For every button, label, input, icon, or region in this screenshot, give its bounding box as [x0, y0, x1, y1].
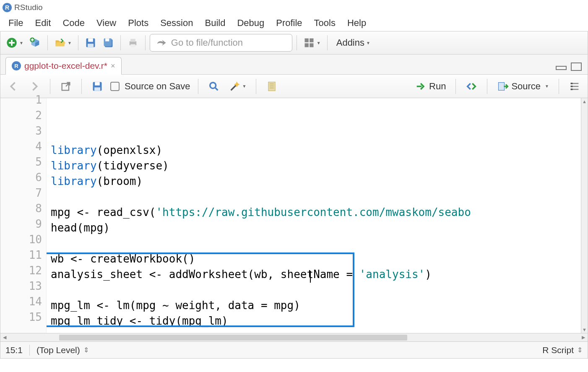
menu-session[interactable]: Session	[154, 16, 199, 30]
save-button[interactable]	[83, 34, 99, 51]
save-all-button[interactable]	[100, 34, 116, 51]
menu-debug[interactable]: Debug	[231, 16, 270, 30]
separator	[47, 35, 48, 50]
goto-arrow-icon	[155, 37, 167, 49]
rstudio-icon: R	[3, 3, 12, 12]
show-in-new-window-button[interactable]	[58, 78, 74, 95]
svg-rect-13	[304, 43, 308, 47]
save-file-button[interactable]	[89, 78, 105, 95]
rerun-button[interactable]	[463, 78, 479, 95]
r-file-icon: R	[12, 61, 21, 70]
code-tools-button[interactable]: ▼	[227, 78, 249, 95]
code-line[interactable]: head(mpg)	[51, 220, 581, 236]
popout-icon	[60, 81, 72, 92]
file-tab[interactable]: R ggplot-to-excel-dev.r* ×	[5, 57, 122, 75]
editor-pane: R ggplot-to-excel-dev.r* × Source on Sav…	[0, 55, 588, 359]
menu-file[interactable]: File	[3, 16, 29, 30]
code-line[interactable]	[51, 236, 581, 251]
rerun-icon	[466, 81, 477, 92]
pane-controls	[556, 62, 582, 71]
code-line[interactable]: analysis_sheet <- addWorksheet(wb, sheet…	[51, 267, 581, 282]
addins-label: Addins	[336, 37, 364, 48]
maximize-pane-button[interactable]	[571, 62, 582, 71]
close-tab-icon[interactable]: ×	[111, 62, 115, 70]
svg-point-19	[210, 82, 216, 88]
cursor-position: 15:1	[5, 345, 23, 355]
chevron-down-icon: ▼	[317, 41, 321, 45]
statusbar: 15:1 (Top Level) ⇕ R Script ⇕	[0, 341, 588, 358]
chevron-down-icon: ▼	[545, 84, 549, 88]
print-button[interactable]	[125, 34, 141, 51]
run-button[interactable]: Run	[413, 78, 448, 95]
outline-button[interactable]	[567, 78, 583, 95]
language-selector[interactable]: R Script ⇕	[542, 345, 583, 355]
new-project-button[interactable]	[27, 34, 43, 51]
folder-open-icon	[54, 37, 66, 49]
language-label: R Script	[542, 345, 574, 355]
code-line[interactable]: mpg_lm <- lm(mpg ~ weight, data = mpg)	[51, 298, 581, 313]
code-line[interactable]: library(tidyverse)	[51, 158, 581, 174]
main-toolbar: ▼ ▼ Go to file/function ▼ Addins ▼	[0, 31, 588, 55]
code-content[interactable]: library(openxlsx)library(tidyverse)libra…	[47, 98, 581, 333]
source-button[interactable]: Source ▼	[495, 78, 551, 95]
separator	[297, 35, 297, 50]
goto-file-input[interactable]: Go to file/function	[150, 34, 292, 52]
new-file-button[interactable]: ▼	[4, 34, 26, 51]
compile-report-button[interactable]	[264, 78, 280, 95]
svg-rect-21	[499, 82, 505, 90]
plus-circle-icon	[6, 37, 18, 49]
code-line[interactable]: mpg_lm_tidy <- tidy(mpg_lm)	[51, 313, 581, 329]
file-name: ggplot-to-excel-dev.r*	[24, 61, 107, 71]
vertical-scrollbar[interactable]	[581, 98, 588, 333]
horizontal-scrollbar[interactable]	[0, 333, 588, 341]
code-line[interactable]	[51, 282, 581, 298]
notebook-icon	[266, 81, 278, 92]
line-gutter: 123456789101112131415	[0, 98, 47, 333]
menu-view[interactable]: View	[91, 16, 122, 30]
svg-rect-18	[94, 87, 100, 91]
separator	[81, 79, 82, 94]
separator	[487, 79, 487, 94]
minimize-pane-button[interactable]	[556, 66, 567, 70]
menu-tools[interactable]: Tools	[308, 16, 341, 30]
menu-edit[interactable]: Edit	[29, 16, 57, 30]
cube-plus-icon	[29, 37, 41, 49]
floppy-icon	[91, 81, 103, 92]
separator	[559, 79, 559, 94]
goto-placeholder: Go to file/function	[171, 37, 243, 48]
code-line[interactable]	[51, 329, 581, 333]
separator	[120, 35, 121, 50]
scope-label: (Top Level)	[36, 345, 80, 355]
open-file-button[interactable]: ▼	[52, 34, 74, 51]
svg-rect-9	[130, 39, 135, 42]
code-line[interactable]	[51, 189, 581, 205]
menu-build[interactable]: Build	[199, 16, 231, 30]
chevron-down-icon: ▼	[68, 41, 72, 45]
menu-profile[interactable]: Profile	[270, 16, 308, 30]
printer-icon	[127, 37, 139, 49]
menu-plots[interactable]: Plots	[122, 16, 154, 30]
arrow-left-icon	[8, 81, 19, 92]
scope-selector[interactable]: (Top Level) ⇕	[36, 345, 89, 355]
source-icon	[497, 81, 509, 92]
scroll-thumb[interactable]	[59, 335, 407, 341]
find-button[interactable]	[206, 78, 222, 95]
source-on-save-label: Source on Save	[125, 81, 190, 92]
code-line[interactable]: library(openxlsx)	[51, 143, 581, 158]
wand-icon	[229, 81, 241, 92]
menubar: File Edit Code View Plots Session Build …	[0, 15, 588, 31]
grid-view-button[interactable]: ▼	[301, 34, 323, 51]
chevron-down-icon: ▼	[242, 84, 247, 88]
addins-button[interactable]: Addins ▼	[332, 34, 375, 51]
menu-help[interactable]: Help	[341, 16, 372, 30]
source-on-save-checkbox[interactable]	[110, 82, 120, 91]
arrow-right-icon	[29, 81, 40, 92]
menu-code[interactable]: Code	[57, 16, 91, 30]
code-line[interactable]: wb <- createWorkbook()	[51, 251, 581, 267]
separator	[256, 79, 256, 94]
separator	[327, 35, 328, 50]
code-line[interactable]: library(broom)	[51, 174, 581, 189]
code-editor[interactable]: 123456789101112131415 library(openxlsx)l…	[0, 98, 588, 333]
code-line[interactable]: mpg <- read_csv('https://raw.githubuserc…	[51, 205, 581, 220]
chevron-down-icon: ▼	[366, 41, 370, 45]
